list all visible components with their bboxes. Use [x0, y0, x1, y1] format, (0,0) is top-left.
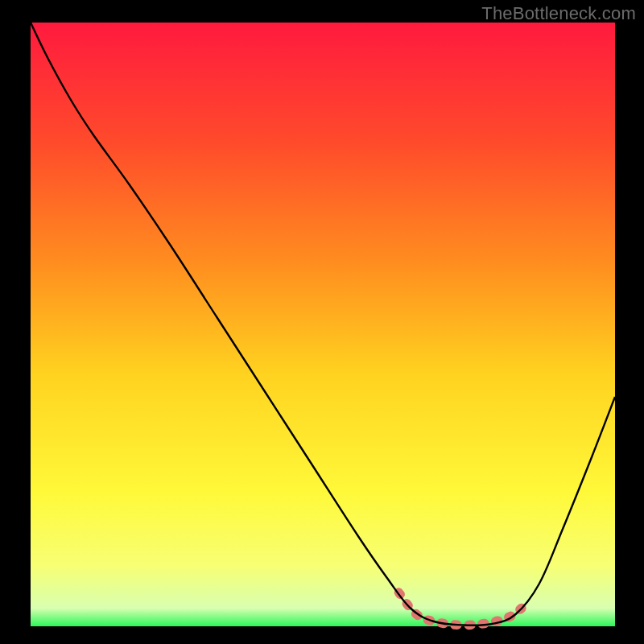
bottleneck-chart	[0, 0, 644, 644]
plot-background	[31, 23, 615, 626]
chart-frame: { "watermark": "TheBottleneck.com", "plo…	[0, 0, 644, 644]
